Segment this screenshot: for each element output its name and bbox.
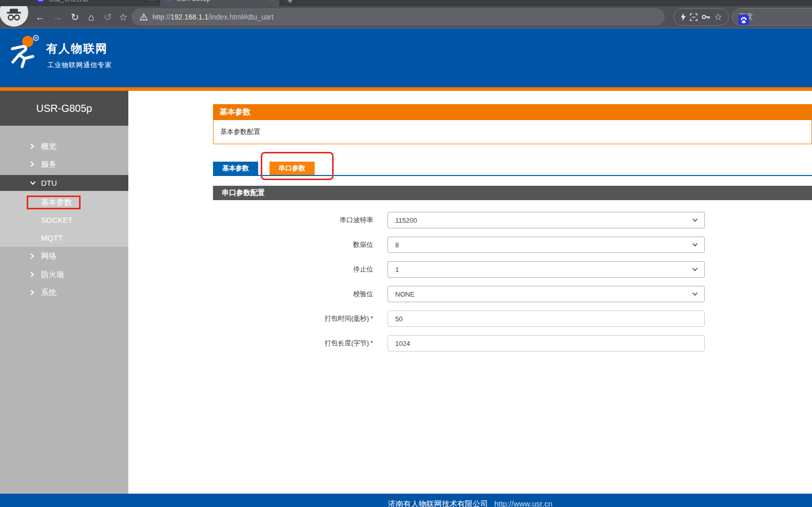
select-chevron-icon — [692, 218, 698, 222]
field-label: 数据位 — [213, 240, 373, 249]
sidebar-item-label: DTU — [41, 179, 57, 187]
brand-title: 有人物联网 — [46, 41, 108, 56]
extension-star-icon[interactable]: ☆ — [714, 11, 722, 23]
reload-icon[interactable]: ↻ — [68, 6, 82, 28]
select-chevron-icon — [692, 267, 698, 271]
device-title: USR-G805p — [0, 91, 128, 126]
select-chevron-icon — [692, 243, 698, 247]
url-separator: :// — [164, 13, 170, 21]
parity-select[interactable]: NONE — [388, 286, 705, 302]
field-label: 串口波特率 — [213, 216, 373, 225]
tab-close-icon[interactable]: × — [270, 0, 274, 3]
url-scheme: http — [152, 13, 164, 21]
baidu-search-box[interactable]: 百度 — [732, 8, 812, 26]
sidebar-item-label: 防火墙 — [41, 270, 64, 280]
required-asterisk: * — [371, 315, 373, 322]
annotation-box-serial-tab — [261, 152, 334, 180]
sidebar-nav: USR-G805p 概览 服务 DTU 基本参数 SOCKET MQTT 网络 — [0, 91, 128, 494]
tab-title: 锐捷_百度搜索 — [48, 0, 146, 4]
select-chevron-icon — [692, 292, 698, 296]
restore-session-icon[interactable]: ↺ — [101, 6, 115, 28]
form-row-parity: 校验位 NONE — [213, 286, 812, 302]
not-secure-warning-icon[interactable] — [140, 13, 148, 21]
chevron-right-icon — [30, 289, 36, 296]
form-row-pack-time: 打包时间(毫秒)* — [213, 310, 812, 327]
url-host: 192.168.1.1 — [170, 13, 208, 21]
section-title: 串口参数配置 — [213, 186, 812, 200]
home-icon[interactable]: ⌂ — [84, 6, 99, 28]
serial-params-form: 串口波特率 115200 数据位 8 停止位 1 校验位 NONE 打包时间(毫… — [213, 212, 812, 360]
usr-favicon — [165, 0, 172, 3]
sidebar-item-system[interactable]: 系统 — [0, 283, 128, 302]
browser-tab-usr-g805p[interactable]: USR-G805p × — [160, 0, 279, 6]
svg-text:du: du — [38, 0, 43, 2]
annotation-box-sidebar-basic-params — [27, 196, 81, 209]
sidebar-item-services[interactable]: 服务 — [0, 155, 128, 173]
select-value: NONE — [395, 290, 415, 298]
sidebar-item-label: MQTT — [41, 233, 63, 242]
stop-bits-select[interactable]: 1 — [388, 261, 705, 278]
page-footer: 济南有人物联网技术有限公司 http://www.usr.cn — [0, 494, 812, 507]
url-text: http://192.168.1.1/index.html#dtu_uart — [152, 13, 274, 21]
chevron-right-icon — [30, 143, 36, 149]
key-icon[interactable] — [702, 14, 710, 20]
new-tab-button[interactable]: + — [283, 0, 297, 6]
svg-text:R: R — [34, 36, 37, 40]
tab-title: USR-G805p — [177, 0, 266, 3]
select-value: 1 — [395, 266, 399, 274]
form-row-stop-bits: 停止位 1 — [213, 261, 812, 278]
url-path: /index.html#dtu_uart — [208, 13, 274, 21]
usr-logo-icon: R — [6, 34, 42, 72]
sidebar-item-network[interactable]: 网络 — [0, 247, 128, 265]
sidebar-item-label: 系统 — [41, 288, 56, 298]
sidebar-item-label: 网络 — [41, 251, 56, 261]
back-icon[interactable]: ← — [33, 6, 47, 28]
browser-tab-strip: du 锐捷_百度搜索 × USR-G805p × + — [0, 0, 812, 6]
tab-close-icon[interactable]: × — [150, 0, 154, 3]
extensions-cluster: ☆ — [673, 8, 729, 26]
sidebar-item-overview[interactable]: 概览 — [0, 137, 128, 155]
address-bar[interactable]: http://192.168.1.1/index.html#dtu_uart — [131, 8, 665, 26]
field-label: 打包长度(字节)* — [213, 339, 373, 348]
baidu-logo-icon — [739, 15, 749, 25]
required-asterisk: * — [371, 339, 373, 347]
sidebar-item-firewall[interactable]: 防火墙 — [0, 265, 128, 284]
sidebar-item-dtu-mqtt[interactable]: MQTT — [0, 228, 128, 247]
footer-company: 济南有人物联网技术有限公司 — [388, 499, 488, 507]
bookmark-star-icon[interactable]: ☆ — [116, 6, 130, 28]
footer-text: 济南有人物联网技术有限公司 http://www.usr.cn — [128, 499, 812, 507]
site-header: R 有人物联网 工业物联网通信专家 — [0, 28, 812, 87]
pack-time-input[interactable] — [388, 310, 705, 327]
chevron-right-icon — [30, 161, 36, 167]
pack-length-input[interactable] — [388, 335, 705, 352]
sidebar-item-label: 概览 — [41, 142, 56, 151]
tab-basic-params[interactable]: 基本参数 — [213, 162, 258, 175]
browser-tab-baidu-search[interactable]: du 锐捷_百度搜索 × — [32, 0, 159, 6]
sidebar-item-label: 服务 — [41, 160, 56, 169]
baud-rate-select[interactable]: 115200 — [388, 212, 705, 228]
form-row-pack-length: 打包长度(字节)* — [213, 335, 812, 352]
form-row-data-bits: 数据位 8 — [213, 237, 812, 253]
sidebar-item-dtu-socket[interactable]: SOCKET — [0, 210, 128, 229]
sidebar-item-dtu[interactable]: DTU — [0, 175, 128, 191]
forward-icon[interactable]: → — [50, 6, 65, 28]
page-title: 基本参数 — [213, 104, 812, 120]
screenshot-icon[interactable] — [690, 13, 698, 21]
lightning-icon[interactable] — [680, 13, 686, 21]
footer-link[interactable]: http://www.usr.cn — [494, 499, 552, 507]
data-bits-select[interactable]: 8 — [388, 237, 705, 253]
sidebar-item-label: SOCKET — [41, 216, 73, 224]
browser-toolbar: ← → ↻ ⌂ ↺ ☆ http://192.168.1.1/index.htm… — [0, 6, 812, 28]
baidu-favicon: du — [37, 0, 44, 3]
select-value: 8 — [395, 241, 399, 249]
brand-tagline: 工业物联网通信专家 — [47, 61, 112, 70]
field-label: 打包时间(毫秒)* — [213, 314, 373, 323]
chevron-down-icon — [30, 180, 36, 186]
header-accent-strip — [0, 87, 812, 91]
form-row-baud-rate: 串口波特率 115200 — [213, 212, 812, 228]
chevron-right-icon — [30, 271, 36, 278]
field-label: 校验位 — [213, 289, 373, 299]
field-label: 停止位 — [213, 265, 373, 274]
page-subtitle: 基本参数配置 — [213, 120, 812, 144]
select-value: 115200 — [395, 217, 417, 224]
